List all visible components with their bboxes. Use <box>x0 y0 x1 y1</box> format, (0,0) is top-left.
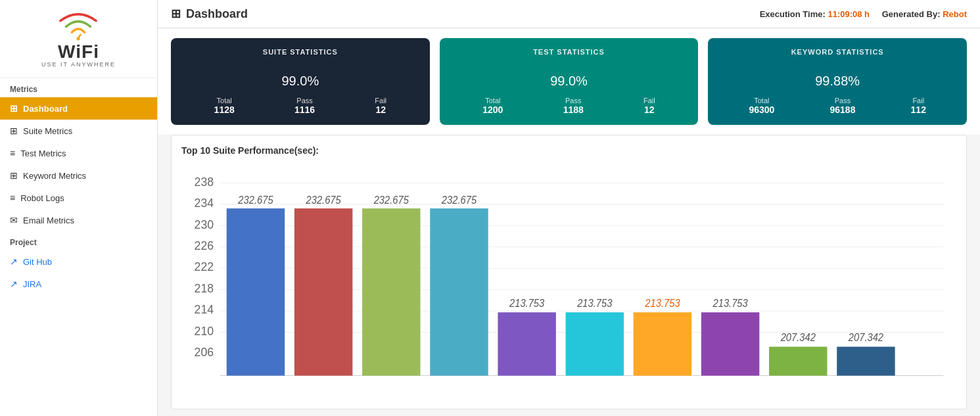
svg-text:218: 218 <box>195 281 214 295</box>
keyword-fail: Fail 112 <box>911 97 926 115</box>
jira-link-icon: ↗ <box>10 279 18 289</box>
gen-by-value: Rebot <box>943 9 967 19</box>
wifi-logo-icon <box>55 10 101 43</box>
test-fail: Fail 12 <box>643 97 655 115</box>
test-pass: Pass 1188 <box>563 97 584 115</box>
keyword-stats-card: KEYWORD STATISTICS 99.88% Total 96300 Pa… <box>708 38 967 125</box>
sidebar-item-test-metrics[interactable]: ≡ Test Metrics <box>0 142 157 164</box>
sidebar-label-email-metrics: Email Metrics <box>23 216 74 225</box>
keyword-stats-title: KEYWORD STATISTICS <box>721 48 954 56</box>
svg-text:226: 226 <box>195 238 214 252</box>
svg-text:238: 238 <box>195 174 214 189</box>
page-header: ⊞ Dashboard Execution Time: 11:09:08 h G… <box>158 0 980 28</box>
svg-text:232.675: 232.675 <box>441 194 477 206</box>
stats-row: SUITE STATISTICS 99.0% Total 1128 Pass 1… <box>158 28 980 135</box>
bar-4 <box>498 312 555 375</box>
svg-text:214: 214 <box>195 302 214 317</box>
gen-by-label: Generated By: <box>882 9 941 19</box>
suite-total: Total 1128 <box>214 97 235 115</box>
svg-text:232.675: 232.675 <box>373 194 409 206</box>
metrics-section-title: Metrics <box>0 78 157 97</box>
bar-8 <box>769 347 827 376</box>
header-dashboard-icon: ⊞ <box>171 7 181 21</box>
keyword-total: Total 96300 <box>749 97 774 115</box>
sidebar-label-dashboard: Dashboard <box>23 104 68 114</box>
header-title-area: ⊞ Dashboard <box>171 7 248 21</box>
sidebar-item-jira[interactable]: ↗ JIRA <box>0 273 157 295</box>
bar-5 <box>566 312 624 375</box>
project-section-title: Project <box>0 231 157 250</box>
logo-area: WiFi USE IT ANYWHERE <box>0 0 157 78</box>
bar-chart: 238 234 230 226 222 218 214 210 206 <box>181 162 956 396</box>
svg-text:207.342: 207.342 <box>848 332 884 344</box>
robot-logs-icon: ≡ <box>10 193 15 203</box>
sidebar-item-github[interactable]: ↗ Git Hub <box>0 250 157 273</box>
sidebar-label-jira: JIRA <box>23 279 41 289</box>
bar-2 <box>362 208 420 375</box>
github-link-icon: ↗ <box>10 256 18 267</box>
keyword-stats-details: Total 96300 Pass 96188 Fail 112 <box>721 97 954 115</box>
sidebar-item-email-metrics[interactable]: ✉ Email Metrics <box>0 209 157 231</box>
sidebar-label-keyword-metrics: Keyword Metrics <box>23 171 86 181</box>
svg-text:230: 230 <box>195 217 214 231</box>
test-stats-title: TEST STATISTICS <box>453 48 686 56</box>
svg-point-0 <box>77 37 80 40</box>
bar-6 <box>634 312 691 375</box>
test-total: Total 1200 <box>482 97 503 115</box>
sidebar-label-robot-logs: Robot Logs <box>20 193 64 203</box>
keyword-metrics-icon: ⊞ <box>10 170 18 181</box>
suite-pass: Pass 1116 <box>294 97 315 115</box>
wifi-subtext: USE IT ANYWHERE <box>41 61 116 68</box>
test-stats-details: Total 1200 Pass 1188 Fail 12 <box>453 97 686 115</box>
svg-text:232.675: 232.675 <box>306 194 342 206</box>
svg-text:206: 206 <box>195 345 214 359</box>
header-meta: Execution Time: 11:09:08 h Generated By:… <box>760 9 967 19</box>
chart-area: Top 10 Suite Performance(sec): 238 <box>171 135 967 409</box>
svg-text:213.753: 213.753 <box>576 297 613 309</box>
svg-text:234: 234 <box>195 196 214 210</box>
sidebar-item-robot-logs[interactable]: ≡ Robot Logs <box>0 187 157 209</box>
bar-9 <box>837 347 895 376</box>
svg-text:222: 222 <box>195 260 214 274</box>
chart-title: Top 10 Suite Performance(sec): <box>181 145 956 156</box>
page-title: Dashboard <box>186 7 248 21</box>
sidebar-label-suite-metrics: Suite Metrics <box>23 126 72 136</box>
wifi-logo: WiFi USE IT ANYWHERE <box>41 10 116 68</box>
sidebar: WiFi USE IT ANYWHERE Metrics ⊞ Dashboard… <box>0 0 158 416</box>
suite-stats-title: SUITE STATISTICS <box>184 48 417 56</box>
svg-text:232.675: 232.675 <box>237 194 273 206</box>
keyword-pass: Pass 96188 <box>829 97 855 115</box>
bar-0 <box>227 208 285 375</box>
sidebar-label-test-metrics: Test Metrics <box>20 149 66 158</box>
sidebar-label-github: Git Hub <box>23 257 52 267</box>
wifi-text: WiFi <box>58 43 99 61</box>
bar-3 <box>430 208 488 375</box>
bar-1 <box>294 208 352 375</box>
test-stats-pct: 99.0% <box>453 61 686 90</box>
email-metrics-icon: ✉ <box>10 215 18 225</box>
exec-time-label: Execution Time: <box>760 9 826 19</box>
main-content: ⊞ Dashboard Execution Time: 11:09:08 h G… <box>158 0 980 416</box>
suite-stats-pct: 99.0% <box>184 61 417 90</box>
test-stats-card: TEST STATISTICS 99.0% Total 1200 Pass 11… <box>440 38 699 125</box>
sidebar-item-keyword-metrics[interactable]: ⊞ Keyword Metrics <box>0 164 157 187</box>
dashboard-icon: ⊞ <box>10 103 18 114</box>
test-metrics-icon: ≡ <box>10 148 15 158</box>
suite-fail: Fail 12 <box>375 97 386 115</box>
chart-wrapper: 238 234 230 226 222 218 214 210 206 <box>181 162 956 396</box>
sidebar-item-dashboard[interactable]: ⊞ Dashboard <box>0 97 157 120</box>
exec-time-value: 11:09:08 h <box>828 9 870 19</box>
svg-text:213.753: 213.753 <box>644 297 680 309</box>
suite-metrics-icon: ⊞ <box>10 126 18 136</box>
keyword-stats-pct: 99.88% <box>721 61 954 90</box>
sidebar-item-suite-metrics[interactable]: ⊞ Suite Metrics <box>0 120 157 142</box>
svg-text:210: 210 <box>195 323 214 338</box>
svg-text:207.342: 207.342 <box>780 332 816 344</box>
svg-text:213.753: 213.753 <box>712 297 749 309</box>
suite-stats-card: SUITE STATISTICS 99.0% Total 1128 Pass 1… <box>171 38 430 125</box>
svg-text:213.753: 213.753 <box>509 297 545 309</box>
bar-7 <box>701 312 759 375</box>
suite-stats-details: Total 1128 Pass 1116 Fail 12 <box>184 97 417 115</box>
